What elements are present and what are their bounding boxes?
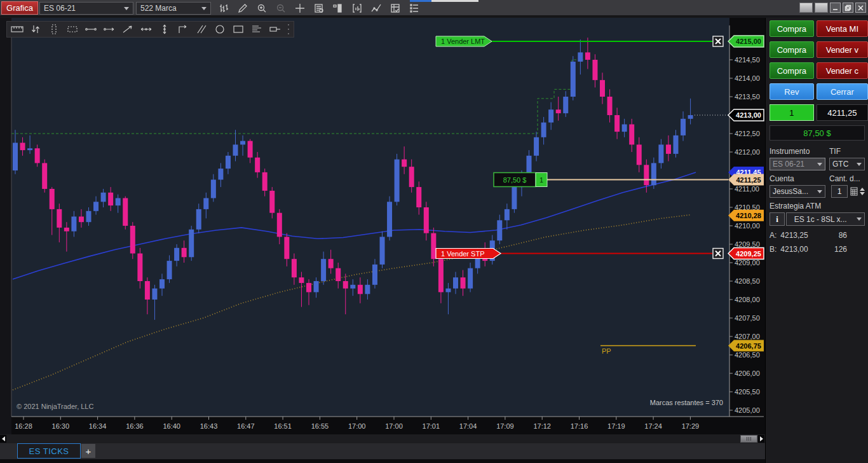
buy-bid-button[interactable]: Compra <box>770 41 814 58</box>
candle <box>622 125 627 132</box>
window-button-blank-2[interactable] <box>815 3 828 13</box>
sell-bid-button[interactable]: Vender c <box>817 62 868 79</box>
atm-strategy-select[interactable]: ES 1c - 8SL x... <box>786 212 865 226</box>
limit-price-tag: 4215,00 <box>728 36 764 47</box>
text-lines-icon[interactable] <box>249 23 264 36</box>
toolbar-drag-handle[interactable] <box>286 23 291 36</box>
marks-remaining-label: Marcas restantes = 370 <box>650 399 723 406</box>
candle <box>152 289 157 300</box>
chart-canvas[interactable]: PP1 Vender LMT1 Vender STP87,50 $14214,5… <box>0 18 765 434</box>
regression-icon[interactable] <box>369 1 384 15</box>
cancel-limit-order-button[interactable] <box>713 36 723 46</box>
candle <box>453 277 458 288</box>
close-icon[interactable] <box>855 3 866 13</box>
chart-frame-icon[interactable] <box>349 1 365 15</box>
grafica-window-button[interactable]: Grafica <box>1 1 38 15</box>
candle <box>424 207 429 233</box>
pencil-icon[interactable] <box>235 1 250 15</box>
path-icon[interactable] <box>175 23 191 36</box>
price-label-icon[interactable] <box>268 23 283 36</box>
ray-icon[interactable] <box>102 23 117 36</box>
candle <box>79 217 84 223</box>
segment-icon[interactable] <box>83 23 98 36</box>
candle <box>35 148 40 163</box>
sell-ask-button[interactable]: Vender v <box>817 41 868 58</box>
price-tick-label: 4212,50 <box>735 130 760 137</box>
candle <box>387 202 392 237</box>
price-chart[interactable]: PP1 Vender LMT1 Vender STP87,50 $14214,5… <box>0 18 765 434</box>
tab-es-ticks[interactable]: ES TICKS <box>17 443 81 459</box>
bid-size: 126 <box>834 245 847 254</box>
bid-price: 4213,00 <box>780 245 808 254</box>
quantity-label: Cant. d... <box>829 174 865 183</box>
region-icon[interactable] <box>65 23 80 36</box>
scroll-left-icon[interactable] <box>0 435 6 443</box>
account-select[interactable]: JesusSa... <box>770 185 825 198</box>
price-tick-label: 4206,50 <box>735 351 760 359</box>
candle <box>563 97 568 113</box>
candle <box>666 144 671 154</box>
scrollbar-thumb[interactable] <box>740 435 757 443</box>
position-price-tag: 4211,25 <box>728 174 764 186</box>
instrument-dropdown[interactable]: ES 06-21 <box>39 2 133 15</box>
candle <box>350 285 355 289</box>
price-tick-label: 4208,00 <box>735 296 760 303</box>
svg-text:4213,00: 4213,00 <box>736 111 761 119</box>
ruler-icon[interactable] <box>10 23 25 36</box>
atm-info-button[interactable]: i <box>770 212 785 226</box>
candle <box>681 119 686 135</box>
time-tick-label: 17:19 <box>607 422 625 430</box>
buy-market-button[interactable]: Compra <box>770 20 814 37</box>
calculator-icon[interactable] <box>849 186 858 197</box>
add-tab-button[interactable]: + <box>81 444 95 458</box>
zoom-in-icon[interactable] <box>254 1 269 15</box>
strategy-grid-icon[interactable] <box>388 1 403 15</box>
reverse-button[interactable]: Rev <box>770 83 814 100</box>
vertical-line-icon[interactable] <box>157 23 172 36</box>
close-position-button[interactable]: Cerrar <box>817 83 868 100</box>
quantity-input[interactable]: 1 <box>831 185 848 198</box>
instrument-select: ES 06-21 <box>770 158 825 170</box>
buy-ask-button[interactable]: Compra <box>770 62 814 79</box>
account-label: Cuenta <box>770 174 794 183</box>
parallel-lines-icon[interactable] <box>194 23 209 36</box>
tif-select[interactable]: GTC <box>829 158 865 170</box>
quantity-stepper[interactable] <box>860 188 865 195</box>
interval-dropdown[interactable]: 522 Marca <box>136 2 211 15</box>
sell-market-button[interactable]: Venta MI <box>817 20 868 37</box>
zoom-out-icon[interactable] <box>273 1 288 15</box>
top-toolbar: Grafica ES 06-21 522 Marca <box>0 0 868 17</box>
price-tick-label: 4210,00 <box>735 222 760 230</box>
list-icon[interactable] <box>407 1 422 15</box>
position-pnl-label: 87,50 $ <box>503 176 527 184</box>
scroll-right-icon[interactable] <box>758 435 764 443</box>
cancel-stop-order-button[interactable] <box>713 249 723 259</box>
vertical-region-icon[interactable] <box>46 23 62 36</box>
restore-button[interactable] <box>843 3 853 13</box>
candle <box>167 261 172 279</box>
candle <box>116 198 121 206</box>
interval-dropdown-value: 522 Marca <box>140 4 177 13</box>
position-quantity: 1 <box>770 104 814 121</box>
minimize-button[interactable] <box>830 3 841 13</box>
candle <box>409 167 414 187</box>
candle <box>637 144 642 165</box>
chart-hscrollbar[interactable] <box>0 434 765 443</box>
window-button-blank-1[interactable] <box>799 3 813 13</box>
candle <box>329 259 334 268</box>
price-tick-label: 4205,50 <box>735 388 760 396</box>
rectangle-icon[interactable] <box>231 23 246 36</box>
instrument-dropdown-value: ES 06-21 <box>44 4 76 13</box>
copyright-label: © 2021 NinjaTrader, LLC <box>17 403 93 410</box>
horizontal-line-icon[interactable] <box>139 23 154 36</box>
data-box-icon[interactable] <box>311 1 327 15</box>
candle <box>468 268 473 289</box>
candle <box>218 169 223 179</box>
up-down-arrows-icon[interactable] <box>28 23 43 36</box>
indicator-price-tag: 4210,28 <box>728 210 764 221</box>
ellipse-icon[interactable] <box>212 23 227 36</box>
panel-icon[interactable] <box>330 1 346 15</box>
crosshair-icon[interactable] <box>292 1 308 15</box>
arrow-line-icon[interactable] <box>120 23 135 36</box>
price-bars-icon[interactable] <box>216 1 231 15</box>
